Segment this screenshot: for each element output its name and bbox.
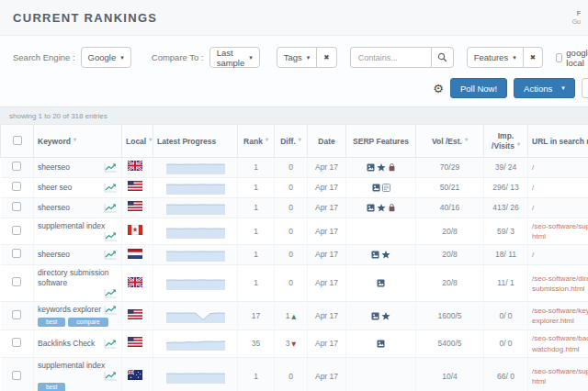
diff-cell: 0 xyxy=(275,178,308,198)
serp-star-icon xyxy=(377,204,386,212)
result-url-link[interactable]: / xyxy=(532,203,588,213)
trend-chart-icon[interactable] xyxy=(101,288,118,298)
progress-sparkline[interactable] xyxy=(157,309,233,323)
row-select-cell xyxy=(1,198,34,218)
result-url-link[interactable]: / xyxy=(532,183,588,193)
google-local-checkbox[interactable] xyxy=(556,53,562,62)
tags-filter-button[interactable]: Tags ▾ xyxy=(277,47,318,68)
keyword-link[interactable]: sheerseo xyxy=(38,203,70,213)
date-cell: Apr 17 xyxy=(308,198,346,218)
row-select-cell xyxy=(1,245,34,265)
entries-info: showing 1 to 20 of 318 entries xyxy=(0,107,588,124)
compare-to-select[interactable]: Last sample ▾ xyxy=(209,47,260,68)
select-all-checkbox[interactable] xyxy=(13,136,22,145)
column-header-url-in-search-results: URL in search results xyxy=(528,125,588,158)
result-url-link[interactable]: /seo-software/keywexplorer.html xyxy=(532,306,588,326)
column-header-diff[interactable]: Diff.▾ xyxy=(275,125,308,158)
row-checkbox[interactable] xyxy=(12,249,21,258)
add-keywords-button[interactable]: Add Keywords xyxy=(582,78,588,98)
keyword-row: supplemental index xyxy=(38,221,118,241)
settings-gear-icon[interactable]: ⚙ xyxy=(433,83,444,95)
row-checkbox[interactable] xyxy=(12,226,21,235)
progress-sparkline[interactable] xyxy=(157,248,233,262)
trend-chart-icon[interactable] xyxy=(101,231,118,241)
row-checkbox[interactable] xyxy=(12,371,21,380)
row-checkbox[interactable] xyxy=(12,182,21,191)
result-url-link[interactable]: /seo-software/suphtml xyxy=(532,221,588,241)
keyword-row: keywords explorerbestcompare xyxy=(38,305,118,327)
row-checkbox[interactable] xyxy=(12,277,21,286)
column-label: Keyword xyxy=(38,137,71,146)
features-clear-button[interactable]: ✖ xyxy=(523,47,543,68)
search-engine-select[interactable]: Google ▾ xyxy=(81,47,131,68)
keyword-link[interactable]: sheer seo xyxy=(38,183,72,193)
user-menu[interactable]: F Gu xyxy=(572,9,581,27)
imp-visits-value: 0/ 0 xyxy=(499,339,512,348)
progress-cell xyxy=(153,218,238,245)
poll-now-button[interactable]: Poll Now! xyxy=(450,78,507,98)
tags-clear-button[interactable]: ✖ xyxy=(316,47,336,68)
column-header-imp-visits[interactable]: Imp. /Visits▾ xyxy=(484,125,528,158)
progress-sparkline[interactable] xyxy=(157,276,233,290)
date-cell: Apr 17 xyxy=(308,218,346,245)
features-filter-button[interactable]: Features ▾ xyxy=(467,47,524,68)
column-header-rank[interactable]: Rank▾ xyxy=(238,125,275,158)
column-header-serp-features: SERP Features xyxy=(346,125,416,158)
result-url-link[interactable]: /seo-software/bacwatchdog.html xyxy=(532,333,588,353)
column-header-keyword[interactable]: Keyword▾ xyxy=(34,125,122,158)
diff-up-arrow-icon: ▲ xyxy=(291,313,296,320)
action-bar: ⚙ Poll Now! Actions ▾ Add Keywords xyxy=(0,70,588,106)
keyword-link[interactable]: sheerseo xyxy=(38,162,70,173)
tags-filter-group: Tags ▾ ✖ xyxy=(277,47,337,68)
flag-au-icon xyxy=(128,370,142,380)
local-cell xyxy=(122,330,153,357)
keyword-link[interactable]: keywords explorer xyxy=(38,305,101,315)
row-checkbox[interactable] xyxy=(12,338,21,347)
search-icon xyxy=(437,52,447,62)
progress-sparkline[interactable] xyxy=(157,201,233,215)
row-checkbox[interactable] xyxy=(12,162,21,171)
keyword-row: sheerseo xyxy=(38,203,118,213)
trend-chart-icon[interactable] xyxy=(101,250,118,260)
tag-badge: best xyxy=(38,318,65,328)
local-cell xyxy=(122,158,153,178)
progress-sparkline[interactable] xyxy=(157,181,233,195)
trend-chart-icon[interactable] xyxy=(101,305,118,315)
contains-input[interactable] xyxy=(350,47,431,68)
search-button[interactable] xyxy=(431,47,454,68)
trend-chart-icon[interactable] xyxy=(101,203,118,213)
keyword-link[interactable]: Backlinks Check xyxy=(38,339,95,349)
actions-button[interactable]: Actions ▾ xyxy=(514,78,575,98)
result-url-link[interactable]: / xyxy=(532,162,588,173)
row-checkbox[interactable] xyxy=(12,202,21,211)
google-local-toggle[interactable]: google local xyxy=(556,48,588,68)
keyword-link[interactable]: sheerseo xyxy=(38,250,70,260)
progress-sparkline[interactable] xyxy=(157,161,233,174)
column-header-vol-est[interactable]: Vol /Est.▾ xyxy=(416,125,484,158)
column-header-local[interactable]: Local▾ xyxy=(122,125,153,158)
row-checkbox[interactable] xyxy=(12,310,21,319)
progress-sparkline[interactable] xyxy=(157,370,233,384)
result-url-link[interactable]: /seo-software/diresubmission.html xyxy=(532,274,588,294)
date-cell: Apr 17 xyxy=(308,330,346,357)
trend-chart-icon[interactable] xyxy=(101,339,118,349)
trend-chart-icon[interactable] xyxy=(101,162,118,173)
keyword-link[interactable]: supplemental index xyxy=(38,221,105,231)
progress-sparkline[interactable] xyxy=(157,225,233,239)
progress-sparkline[interactable] xyxy=(157,337,233,351)
sort-caret-icon: ▾ xyxy=(74,137,76,142)
imp-visits-cell: 59/ 3 xyxy=(484,218,528,245)
result-url-link[interactable]: / xyxy=(532,250,588,260)
column-label: Date xyxy=(318,137,334,146)
flag-us-icon xyxy=(128,337,142,347)
vol-est-value: 70/29 xyxy=(440,162,459,172)
table-row: sheer seo10Apr 1750/21296/ 13/ xyxy=(1,178,588,198)
date-cell: Apr 17 xyxy=(308,158,346,178)
trend-chart-icon[interactable] xyxy=(101,183,118,193)
serp-feature-icons xyxy=(350,312,412,320)
keyword-link[interactable]: supplemental index xyxy=(38,361,105,371)
trend-chart-icon[interactable] xyxy=(101,371,118,381)
url-cell: / xyxy=(528,245,588,265)
result-url-link[interactable]: /seo-software/suphtml xyxy=(532,366,588,386)
keyword-link[interactable]: directory submission software xyxy=(38,268,118,288)
